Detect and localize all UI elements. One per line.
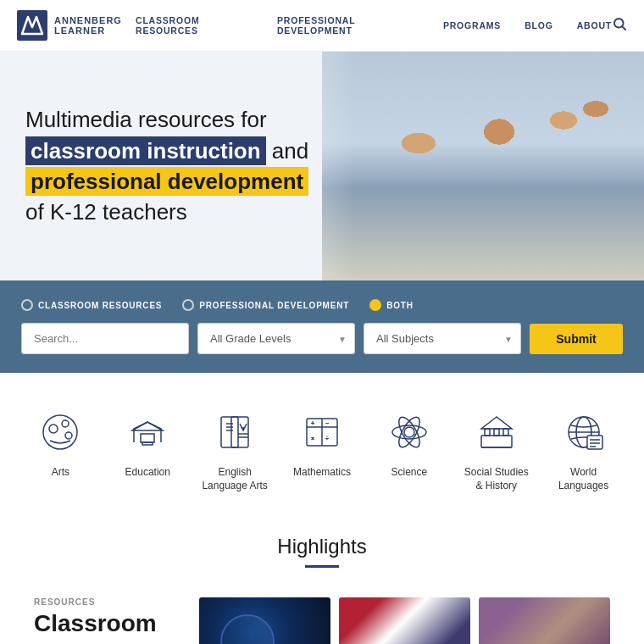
svg-text:×: × bbox=[311, 436, 314, 441]
science-icon bbox=[384, 407, 435, 458]
english-language-arts-icon bbox=[209, 407, 260, 458]
hero-section: Multimedia resources for classroom instr… bbox=[0, 52, 644, 280]
svg-marker-34 bbox=[481, 417, 512, 429]
svg-point-4 bbox=[43, 415, 77, 449]
nav-about[interactable]: ABOUT bbox=[577, 20, 612, 31]
hero-heading: Multimedia resources for classroom instr… bbox=[25, 104, 329, 228]
education-label: Education bbox=[125, 466, 170, 480]
classroom-photo bbox=[322, 52, 644, 280]
highlights-underline bbox=[305, 565, 339, 568]
hero-highlight-classroom: classroom instruction bbox=[25, 136, 266, 165]
radio-circle-classroom[interactable] bbox=[21, 299, 33, 311]
nav-links: CLASSROOM RESOURCES PROFESSIONAL DEVELOP… bbox=[136, 15, 612, 36]
search-inputs-row: All Grade Levels K-2 3-5 6-8 9-12 ▼ All … bbox=[21, 323, 623, 354]
radio-circle-professional[interactable] bbox=[182, 299, 194, 311]
world-languages-label: WorldLanguages bbox=[558, 466, 608, 492]
svg-text:+: + bbox=[311, 420, 314, 426]
svg-rect-33 bbox=[503, 429, 508, 436]
hero-image bbox=[322, 52, 644, 280]
subject-education[interactable]: Education bbox=[104, 407, 192, 492]
resource-cards bbox=[199, 597, 610, 644]
svg-point-7 bbox=[65, 432, 72, 439]
english-language-arts-label: EnglishLanguage Arts bbox=[202, 466, 267, 492]
subject-mathematics[interactable]: + − × ÷ Mathematics bbox=[279, 407, 366, 492]
svg-rect-10 bbox=[142, 442, 153, 445]
highlights-title: Highlights bbox=[17, 535, 627, 558]
resources-section: RESOURCES Classroom Browse list of K-12 … bbox=[17, 589, 627, 644]
social-studies-history-icon bbox=[471, 407, 522, 458]
svg-point-26 bbox=[404, 427, 414, 437]
subject-english-language-arts[interactable]: EnglishLanguage Arts bbox=[192, 407, 279, 492]
radio-professional-development[interactable]: PROFESSIONAL DEVELOPMENT bbox=[182, 299, 349, 311]
nav-classroom-resources[interactable]: CLASSROOM RESOURCES bbox=[136, 15, 253, 36]
svg-rect-11 bbox=[221, 417, 238, 447]
logo-text: ANNENBERG LEARNER bbox=[54, 15, 122, 36]
search-submit-button[interactable]: Submit bbox=[530, 324, 623, 354]
highlights-section: Highlights RESOURCES Classroom Browse li… bbox=[0, 518, 644, 644]
svg-rect-31 bbox=[485, 429, 490, 436]
svg-marker-9 bbox=[132, 422, 163, 430]
radio-classroom-resources[interactable]: CLASSROOM RESOURCES bbox=[21, 299, 162, 311]
resources-title: Classroom bbox=[34, 610, 186, 637]
svg-rect-12 bbox=[231, 417, 248, 447]
search-radio-group: CLASSROOM RESOURCES PROFESSIONAL DEVELOP… bbox=[21, 299, 623, 311]
mathematics-icon: + − × ÷ bbox=[297, 407, 347, 458]
hero-highlight-professional: professional development bbox=[25, 167, 308, 196]
resource-card-statue[interactable] bbox=[479, 597, 610, 644]
arts-label: Arts bbox=[52, 466, 69, 480]
world-languages-icon bbox=[558, 407, 609, 458]
subject-science[interactable]: Science bbox=[365, 407, 452, 492]
subject-social-studies-history[interactable]: Social Studies& History bbox=[452, 407, 540, 492]
grade-select-wrapper: All Grade Levels K-2 3-5 6-8 9-12 ▼ bbox=[197, 323, 355, 354]
radio-circle-both[interactable] bbox=[369, 299, 381, 311]
resources-left: RESOURCES Classroom Browse list of K-12 … bbox=[34, 597, 186, 644]
svg-text:−: − bbox=[325, 420, 329, 426]
search-icon[interactable] bbox=[612, 16, 627, 35]
mathematics-label: Mathematics bbox=[293, 466, 351, 480]
subject-select[interactable]: All Subjects Arts Education English Lang… bbox=[364, 323, 521, 354]
resource-card-globe[interactable] bbox=[199, 597, 330, 644]
subject-arts[interactable]: Arts bbox=[17, 407, 104, 492]
svg-rect-30 bbox=[481, 436, 512, 447]
education-icon bbox=[122, 407, 173, 458]
subject-select-wrapper: All Subjects Arts Education English Lang… bbox=[364, 323, 521, 354]
navbar: ANNENBERG LEARNER CLASSROOM RESOURCES PR… bbox=[0, 0, 644, 52]
subject-world-languages[interactable]: WorldLanguages bbox=[540, 407, 627, 492]
svg-point-5 bbox=[49, 425, 58, 433]
nav-programs[interactable]: PROGRAMS bbox=[443, 20, 501, 31]
svg-rect-32 bbox=[494, 429, 499, 436]
logo[interactable]: ANNENBERG LEARNER bbox=[17, 10, 136, 41]
radio-both[interactable]: BOTH bbox=[369, 299, 414, 311]
svg-text:÷: ÷ bbox=[325, 436, 329, 441]
nav-professional-development[interactable]: PROFESSIONAL DEVELOPMENT bbox=[277, 15, 419, 36]
nav-blog[interactable]: BLOG bbox=[525, 20, 553, 31]
annenberg-logo-icon bbox=[17, 10, 47, 41]
resource-card-flag[interactable] bbox=[339, 597, 470, 644]
svg-point-2 bbox=[614, 19, 624, 28]
svg-point-6 bbox=[62, 420, 69, 427]
resources-label: RESOURCES bbox=[34, 597, 186, 607]
search-section: CLASSROOM RESOURCES PROFESSIONAL DEVELOP… bbox=[0, 280, 644, 373]
svg-line-3 bbox=[622, 26, 625, 30]
svg-rect-8 bbox=[141, 434, 154, 442]
science-label: Science bbox=[391, 466, 428, 480]
arts-icon bbox=[35, 407, 86, 458]
subjects-section: Arts Education bbox=[0, 373, 644, 518]
social-studies-history-label: Social Studies& History bbox=[464, 466, 529, 492]
search-input[interactable] bbox=[21, 323, 189, 354]
grade-select[interactable]: All Grade Levels K-2 3-5 6-8 9-12 bbox=[197, 323, 355, 354]
hero-text: Multimedia resources for classroom instr… bbox=[0, 52, 354, 280]
